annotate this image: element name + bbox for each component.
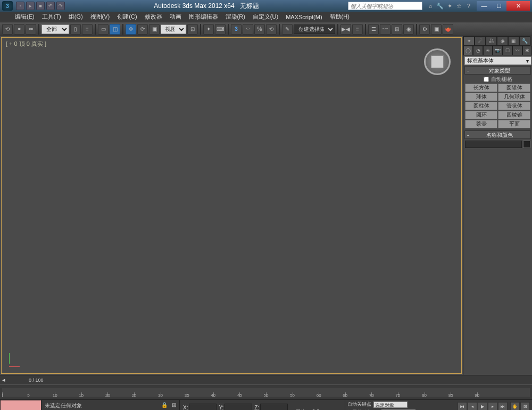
menu-rendering[interactable]: 渲染(R) bbox=[226, 13, 245, 21]
window-crossing-icon[interactable]: ◫ bbox=[110, 24, 120, 35]
autokey-button[interactable]: 自动关键点 bbox=[347, 401, 371, 408]
object-name-input[interactable] bbox=[465, 141, 522, 148]
menu-animation[interactable]: 动画 bbox=[170, 13, 181, 21]
angle-snap-icon[interactable]: ⌔ bbox=[243, 24, 253, 35]
save-icon[interactable]: ■ bbox=[36, 2, 45, 10]
schematic-icon[interactable]: ⊞ bbox=[392, 24, 402, 35]
search-icon[interactable]: ⌕ bbox=[427, 2, 434, 10]
create-tab-icon[interactable]: ✦ bbox=[463, 36, 475, 46]
modify-tab-icon[interactable]: ☄ bbox=[475, 36, 486, 46]
hierarchy-tab-icon[interactable]: 品 bbox=[486, 36, 497, 46]
torus-button[interactable]: 圆环 bbox=[465, 111, 497, 119]
systems-tab-icon[interactable]: ✱ bbox=[522, 46, 532, 55]
use-center-icon[interactable]: ⊡ bbox=[187, 24, 198, 35]
listener-output[interactable] bbox=[1, 400, 41, 410]
percent-snap-icon[interactable]: % bbox=[254, 24, 265, 35]
pan-icon[interactable]: ✋ bbox=[510, 402, 520, 410]
cylinder-button[interactable]: 圆柱体 bbox=[465, 102, 497, 110]
redo-icon[interactable]: ↷ bbox=[56, 2, 65, 10]
geometry-tab-icon[interactable]: ◯ bbox=[463, 46, 473, 55]
menu-tools[interactable]: 工具(T) bbox=[42, 13, 61, 21]
render-frame-icon[interactable]: ▣ bbox=[431, 24, 442, 35]
menu-help[interactable]: 帮助(H) bbox=[330, 13, 350, 21]
menu-create[interactable]: 创建(C) bbox=[117, 13, 137, 21]
motion-tab-icon[interactable]: ◉ bbox=[497, 36, 508, 46]
viewport[interactable]: [ + 0 顶 0 真实 ] bbox=[1, 37, 462, 374]
align-icon[interactable]: ≡ bbox=[352, 24, 363, 35]
selection-filter-dropdown[interactable]: 全部 bbox=[41, 24, 69, 34]
object-color-swatch[interactable] bbox=[523, 141, 530, 148]
keyboard-icon[interactable]: ⌨ bbox=[215, 24, 226, 35]
goto-start-icon[interactable]: ⏮ bbox=[458, 402, 467, 410]
select-name-icon[interactable]: ≡ bbox=[82, 24, 93, 35]
link-icon[interactable]: ⚭ bbox=[14, 24, 24, 35]
menu-edit[interactable]: 编辑(E) bbox=[15, 13, 35, 21]
maximize-button[interactable]: ☐ bbox=[492, 1, 506, 11]
select-rect-icon[interactable]: ▭ bbox=[98, 24, 109, 35]
menu-views[interactable]: 视图(V) bbox=[90, 13, 110, 21]
viewcube[interactable] bbox=[424, 48, 451, 75]
pyramid-button[interactable]: 四棱锥 bbox=[498, 111, 530, 119]
undo-icon[interactable]: ↶ bbox=[46, 2, 55, 10]
menu-customize[interactable]: 自定义(U) bbox=[253, 13, 278, 21]
help-search-input[interactable] bbox=[348, 2, 422, 10]
play-icon[interactable]: ▶ bbox=[478, 402, 487, 410]
comm-icon[interactable]: ✦ bbox=[446, 2, 453, 10]
key-lock-icon[interactable]: ⊶ bbox=[332, 400, 345, 410]
name-color-rollout[interactable]: -名称和颜色 bbox=[464, 130, 531, 139]
render-icon[interactable]: 🫖 bbox=[443, 24, 453, 35]
layers-icon[interactable]: ☰ bbox=[368, 24, 379, 35]
star-icon[interactable]: ☆ bbox=[455, 2, 463, 10]
snap-toggle-icon[interactable]: 3 bbox=[231, 24, 242, 35]
spinner-snap-icon[interactable]: ⟲ bbox=[266, 24, 277, 35]
render-setup-icon[interactable]: ⚙ bbox=[419, 24, 430, 35]
cone-button[interactable]: 圆锥体 bbox=[498, 84, 530, 92]
select-object-icon[interactable]: ▯ bbox=[70, 24, 81, 35]
menu-maxscript[interactable]: MAXScript(M) bbox=[286, 14, 322, 20]
plane-button[interactable]: 平面 bbox=[498, 120, 530, 128]
new-icon[interactable]: ▫ bbox=[16, 2, 24, 10]
material-editor-icon[interactable]: ◉ bbox=[403, 24, 414, 35]
open-icon[interactable]: ▸ bbox=[26, 2, 35, 10]
teapot-button[interactable]: 茶壶 bbox=[465, 120, 497, 128]
key-icon[interactable]: 🔧 bbox=[436, 2, 444, 10]
key-target-dropdown[interactable]: 选定对象 bbox=[373, 401, 408, 408]
coord-y-input[interactable] bbox=[225, 404, 252, 410]
app-logo[interactable]: 3 bbox=[2, 1, 13, 11]
object-type-rollout[interactable]: -对象类型 bbox=[464, 66, 531, 75]
space-warps-tab-icon[interactable]: 〰 bbox=[512, 46, 522, 55]
undo-link-icon[interactable]: ⟲ bbox=[2, 24, 13, 35]
unlink-icon[interactable]: ⚮ bbox=[26, 24, 36, 35]
box-button[interactable]: 长方体 bbox=[465, 84, 497, 92]
goto-end-icon[interactable]: ⏭ bbox=[498, 402, 508, 410]
display-tab-icon[interactable]: ▣ bbox=[508, 36, 519, 46]
shapes-tab-icon[interactable]: ◔ bbox=[473, 46, 483, 55]
named-sets-dropdown[interactable]: 创建选择集 bbox=[294, 24, 335, 34]
help-icon[interactable]: ? bbox=[465, 2, 472, 10]
cameras-tab-icon[interactable]: 📷 bbox=[493, 46, 502, 55]
helpers-tab-icon[interactable]: ☐ bbox=[503, 46, 512, 55]
prev-frame-icon[interactable]: ◂ bbox=[468, 402, 477, 410]
category-dropdown[interactable]: 标准基本体▾ bbox=[464, 56, 531, 65]
menu-graph-editors[interactable]: 图形编辑器 bbox=[189, 13, 218, 21]
prev-key-icon[interactable]: ◂ bbox=[0, 376, 7, 383]
select-scale-icon[interactable]: ▣ bbox=[149, 24, 160, 35]
curve-editor-icon[interactable]: 〰 bbox=[380, 24, 390, 35]
utilities-tab-icon[interactable]: 🔧 bbox=[519, 36, 530, 46]
time-ruler[interactable]: 051015202530354045505560657075808590 bbox=[2, 388, 530, 397]
next-frame-icon[interactable]: ▸ bbox=[488, 402, 497, 410]
geosphere-button[interactable]: 几何球体 bbox=[498, 93, 530, 101]
minimize-button[interactable]: — bbox=[477, 1, 492, 11]
maxscript-listener[interactable]: ⋯ 所在行: bbox=[0, 400, 41, 410]
coord-x-input[interactable] bbox=[189, 404, 217, 410]
edit-named-icon[interactable]: ✎ bbox=[282, 24, 293, 35]
select-rotate-icon[interactable]: ⟳ bbox=[137, 24, 148, 35]
ref-coord-dropdown[interactable]: 视图 bbox=[161, 24, 186, 34]
menu-group[interactable]: 组(G) bbox=[69, 13, 83, 21]
tube-button[interactable]: 管状体 bbox=[498, 102, 530, 110]
lights-tab-icon[interactable]: ☀ bbox=[483, 46, 493, 55]
coord-z-input[interactable] bbox=[260, 404, 288, 410]
track-bar[interactable]: 051015202530354045505560657075808590 bbox=[0, 384, 532, 399]
close-button[interactable]: ✕ bbox=[506, 1, 530, 11]
lock-icon[interactable]: 🔒 ⊞ bbox=[161, 402, 176, 409]
